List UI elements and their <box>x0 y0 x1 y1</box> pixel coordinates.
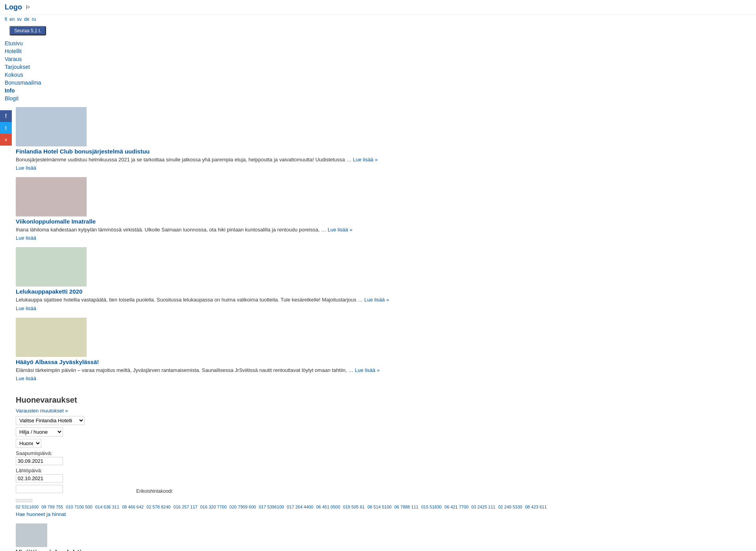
blog-excerpt-3: Lelukauppa sijaitsee hotellia vastapäätä… <box>16 296 751 303</box>
read-more-2[interactable]: Lue lisää <box>16 235 751 241</box>
phone-13[interactable]: 019 505 61 <box>343 505 365 509</box>
visiitti-title: Visiitti -asiakaslehti <box>16 549 751 551</box>
phone-16[interactable]: 015 51830 <box>421 505 442 509</box>
logo-flag: 🏳 <box>25 4 31 11</box>
blog-image-2 <box>16 177 87 216</box>
nav-kokous[interactable]: Kokous <box>5 72 23 78</box>
phone-3[interactable]: 010 7100 500 <box>66 505 92 509</box>
hotel-select[interactable]: Valitse Finlandia Hotelli <box>16 416 85 425</box>
lang-de[interactable]: de <box>24 17 29 22</box>
phone-8[interactable]: 016 320 7700 <box>200 505 227 509</box>
blog-excerpt-4: Elämäsi tärkeimpiin päiviin – varaa majo… <box>16 367 751 374</box>
lahtopäivä-label: Lähtöpäivä: <box>16 468 751 473</box>
reservations-title: Huonevaraukset <box>16 396 751 405</box>
huoneita-select-group: Huoneita <box>16 439 751 448</box>
reservations-section: Huonevaraukset Varausten muutokset » Val… <box>0 396 756 502</box>
nav-blogit[interactable]: Blogit <box>5 95 19 102</box>
phone-10[interactable]: 017 5396100 <box>259 505 284 509</box>
room-select-group: Hilja / huone <box>16 427 751 436</box>
phone-list: 02 5311600 09 799 755 010 7100 500 014 6… <box>16 505 548 509</box>
phone-11[interactable]: 017 264 4400 <box>287 505 313 509</box>
hotel-select-group: Valitse Finlandia Hotelli <box>16 416 751 425</box>
lang-sv[interactable]: sv <box>17 17 22 22</box>
facebook-button[interactable]: f <box>0 110 12 122</box>
blog-excerpt-2: Ihana lähiloma kahdestaan kylpylän lämmö… <box>16 226 751 233</box>
blog-title-4[interactable]: Hääyö Albassa Jyväskylässä! <box>16 359 751 365</box>
hae-link[interactable]: Hae huoneet ja hinnat <box>16 510 750 519</box>
blog-excerpt-1: Bonusjärjestelmämme uudistuu helmikuussa… <box>16 156 751 163</box>
huoneita-select[interactable]: Huoneita <box>16 439 41 448</box>
lahtopäivä-input[interactable] <box>16 474 63 483</box>
phone-12[interactable]: 06 451 0500 <box>316 505 340 509</box>
phone-7[interactable]: 016 257 117 <box>173 505 197 509</box>
blog-item-4: Hääyö Albassa Jyväskylässä! Elämäsi tärk… <box>16 318 751 381</box>
visiitti-item: Visiitti -asiakaslehti Lue Finlandia Hot… <box>16 523 751 551</box>
blog-list: Finlandia Hotel Club bonusjärjestelmä uu… <box>0 104 756 391</box>
phone-19[interactable]: 02 240 5330 <box>498 505 522 509</box>
phone-numbers: 02 5311600 09 799 755 010 7100 500 014 6… <box>0 502 756 520</box>
saapumispaiva-group: Saapumispäivä: <box>16 450 751 465</box>
visiitti-image <box>16 523 47 547</box>
read-more-inline-4[interactable]: Lue lisää » <box>355 367 380 373</box>
twitter-button[interactable]: t <box>0 122 12 134</box>
nav-varaus[interactable]: Varaus <box>5 56 22 62</box>
phone-9[interactable]: 020 7959 600 <box>230 505 256 509</box>
lang-ru[interactable]: ru <box>32 17 36 22</box>
phone-20[interactable]: 08 423 611 <box>525 505 547 509</box>
blog-title-1[interactable]: Finlandia Hotel Club bonusjärjestelmä uu… <box>16 148 751 155</box>
nav-etusivu[interactable]: Etusivu <box>5 40 23 46</box>
language-bar: fi en sv de ru <box>0 15 756 24</box>
read-more-inline-1[interactable]: Lue lisää » <box>353 157 378 163</box>
lahtopäivä-group: Lähtöpäivä: <box>16 468 751 483</box>
blog-item-2: Viikonloppulomalle Imatralle Ihana lähil… <box>16 177 751 241</box>
saapumispaiva-label: Saapumispäivä: <box>16 450 751 456</box>
twitter-icon: t <box>5 125 7 131</box>
blog-image-3 <box>16 247 87 287</box>
erikoishintakoodi-group <box>16 485 63 493</box>
nav-info[interactable]: Info <box>5 87 15 94</box>
phone-1[interactable]: 02 5311600 <box>16 505 39 509</box>
phone-2[interactable]: 09 799 755 <box>41 505 63 509</box>
read-more-4[interactable]: Lue lisää <box>16 375 751 381</box>
saapumispaiva-input[interactable] <box>16 457 63 465</box>
phone-18[interactable]: 03 2425 111 <box>471 505 495 509</box>
read-more-inline-3[interactable]: Lue lisää » <box>364 297 389 303</box>
phone-4[interactable]: 014 636 311 <box>95 505 119 509</box>
lang-en[interactable]: en <box>9 17 15 22</box>
blog-image-1 <box>16 107 87 146</box>
phone-15[interactable]: 06 7888 111 <box>394 505 418 509</box>
blog-item-1: Finlandia Hotel Club bonusjärjestelmä uu… <box>16 107 751 171</box>
blog-title-2[interactable]: Viikonloppulomalle Imatralle <box>16 218 751 225</box>
phone-6[interactable]: 02 578 8240 <box>146 505 170 509</box>
nav-hotellit[interactable]: Hotellit <box>5 48 22 54</box>
phone-17[interactable]: 06 421 7700 <box>445 505 469 509</box>
follow-button[interactable]: Seuraa 5,1 t. <box>9 26 46 35</box>
nav-tarjoukset[interactable]: Tarjoukset <box>5 64 30 70</box>
blog-item-3: Lelukauppapaketti 2020 Lelukauppa sijait… <box>16 247 751 311</box>
room-select[interactable]: Hilja / huone <box>16 427 63 436</box>
nav-bonusmaailma[interactable]: Bonusmaailma <box>5 80 41 86</box>
read-more-inline-2[interactable]: Lue lisää » <box>328 227 352 233</box>
social-sidebar: f t + <box>0 110 12 146</box>
plus-icon: + <box>4 137 7 143</box>
phone-14[interactable]: 08 514 5100 <box>367 505 391 509</box>
read-more-3[interactable]: Lue lisää <box>16 305 751 311</box>
visiitti-section: Visiitti -asiakaslehti Lue Finlandia Hot… <box>0 520 756 551</box>
erikoishintakoodi-label: Erikoishintakoodi: <box>136 488 173 494</box>
varausten-link[interactable]: Varausten muutokset » <box>16 408 751 414</box>
search-button[interactable] <box>16 499 32 502</box>
blog-image-4 <box>16 318 87 357</box>
googleplus-button[interactable]: + <box>0 134 12 146</box>
header: Logo 🏳 <box>0 0 756 15</box>
erikoishintakoodi-input[interactable] <box>16 485 63 493</box>
main-nav: Etusivu Hotellit Varaus Tarjoukset Kokou… <box>0 38 756 104</box>
read-more-1[interactable]: Lue lisää <box>16 165 751 171</box>
facebook-icon: f <box>5 113 7 119</box>
lang-fi[interactable]: fi <box>5 17 7 22</box>
phone-5[interactable]: 08 466 642 <box>122 505 144 509</box>
blog-title-3[interactable]: Lelukauppapaketti 2020 <box>16 288 751 295</box>
logo[interactable]: Logo <box>5 3 22 11</box>
